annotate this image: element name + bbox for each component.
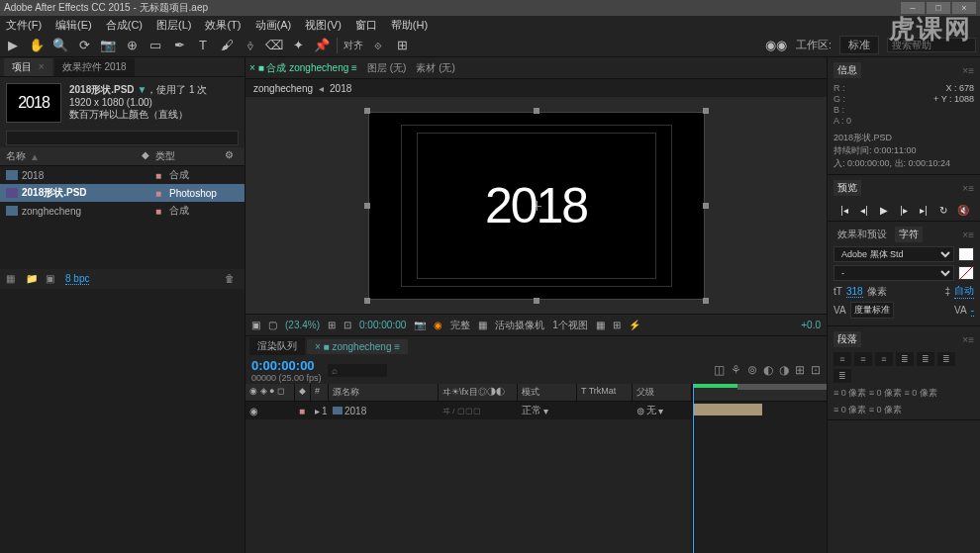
workspace-dropdown[interactable]: 标准 [839,36,879,54]
composition-viewport[interactable]: 2018 [245,97,827,314]
resize-handle[interactable] [703,108,709,114]
brainstorm-icon[interactable]: ⊡ [811,363,821,377]
window-minimize-icon[interactable]: – [901,2,925,14]
camera-dropdown[interactable]: 活动摄像机 [495,319,544,332]
menu-animation[interactable]: 动画(A) [255,18,292,33]
stroke-color-swatch[interactable] [958,266,974,280]
window-maximize-icon[interactable]: □ [927,2,950,14]
eye-icon[interactable]: ◉ [249,406,258,416]
close-icon[interactable]: × [39,61,45,72]
justify-left-icon[interactable]: ≣ [896,352,914,366]
eraser-tool-icon[interactable]: ⌫ [265,37,283,54]
last-frame-icon[interactable]: ▸| [916,203,931,217]
project-row[interactable]: 2018 ■ 合成 [0,166,245,184]
project-search-input[interactable] [6,131,239,145]
current-time[interactable]: 0:00:00:00 [251,358,322,373]
orbit-tool-icon[interactable]: ⟳ [75,37,93,54]
menu-window[interactable]: 窗口 [355,18,377,33]
grid-icon[interactable]: ⊡ [343,320,351,330]
graph-editor-icon[interactable]: ⊞ [795,363,805,377]
paragraph-tab[interactable]: 段落 [833,331,861,347]
folder-icon[interactable]: 📁 [26,273,40,285]
first-frame-icon[interactable]: |◂ [836,203,852,217]
camera-tool-icon[interactable]: 📷 [99,37,117,54]
next-frame-icon[interactable]: |▸ [896,203,912,217]
snap-grid-icon[interactable]: ⊞ [393,37,411,54]
prev-frame-icon[interactable]: ◂| [856,203,872,217]
menu-effect[interactable]: 效果(T) [205,18,241,33]
brush-tool-icon[interactable]: 🖌 [218,37,236,54]
play-icon[interactable]: ▶ [876,203,892,217]
layer-tab[interactable]: 图层 (无) [367,61,406,75]
type-tool-icon[interactable]: T [194,37,212,54]
chevron-left-icon[interactable]: ◂ [319,83,324,94]
preview-tab[interactable]: 预览 [833,180,861,196]
comp-time[interactable]: 0:00:00:00 [359,320,406,330]
layer-duration-bar[interactable] [693,404,762,415]
help-search-input[interactable] [887,38,976,52]
puppet-tool-icon[interactable]: 📌 [313,37,331,54]
justify-right-icon[interactable]: ≣ [937,352,955,366]
font-dropdown[interactable]: Adobe 黑体 Std [833,246,954,262]
align-left-icon[interactable]: ≡ [833,352,851,366]
snap-label[interactable]: 对齐 [343,39,363,52]
selection-tool-icon[interactable]: ▶ [4,37,22,54]
time-ruler[interactable] [693,384,827,402]
window-close-icon[interactable]: × [952,2,976,14]
roto-tool-icon[interactable]: ✦ [289,37,307,54]
source-header[interactable]: 源名称 [329,384,439,401]
quality-dropdown[interactable]: 完整 [450,319,470,332]
layer-row[interactable]: ◉ ■ ▸1 2018 ヰ / ▢▢▢ 正常 ▾ ⊚ 无 ▾ [245,402,692,419]
menu-file[interactable]: 文件(F) [6,18,42,33]
resize-handle[interactable] [703,298,709,304]
project-row[interactable]: 2018形状.PSD ■ Photoshop [0,184,245,202]
leading-value[interactable]: 自动 [954,284,974,299]
justify-all-icon[interactable]: ≣ [833,369,851,383]
comp-tab-active[interactable]: × ■ 合成 zonghecheng ≡ [249,61,357,75]
menu-composition[interactable]: 合成(C) [106,18,143,33]
views-dropdown[interactable]: 1个视图 [552,319,588,332]
font-style-dropdown[interactable]: - [833,265,954,281]
fast-preview-icon[interactable]: ⚡ [629,320,640,330]
channel-icon[interactable]: ◉ [434,320,442,330]
resize-handle[interactable] [364,203,370,209]
info-tab[interactable]: 信息 [833,62,861,78]
effect-controls-tab[interactable]: 效果控件 2018 [54,58,135,76]
shy-icon[interactable]: ⚙ [225,149,239,163]
resize-handle[interactable] [364,108,370,114]
parent-dropdown[interactable]: 无 [646,404,656,417]
expand-icon[interactable]: ▸ [315,406,320,416]
shape-tool-icon[interactable]: ▭ [147,37,164,54]
loop-icon[interactable]: ↻ [935,203,951,217]
ccd-icon[interactable]: ◉◉ [764,37,788,54]
view-icon[interactable]: ▦ [478,320,487,330]
frame-blend-icon[interactable]: ◐ [763,363,773,377]
label-icon[interactable]: ◆ [142,149,149,160]
playhead[interactable] [693,384,694,553]
timeline-track-area[interactable] [693,384,827,553]
menu-edit[interactable]: 编辑(E) [55,18,92,33]
canvas[interactable]: 2018 [368,112,705,300]
snap-option-icon[interactable]: ⟐ [369,37,387,54]
mute-icon[interactable]: 🔇 [955,203,971,217]
effects-presets-tab[interactable]: 效果和预设 [833,227,891,242]
align-center-icon[interactable]: ≡ [854,352,872,366]
new-comp-icon[interactable]: ▣ [46,273,59,285]
kerning-value[interactable]: 度量标准 [850,302,894,319]
motion-blur-icon[interactable]: ◑ [779,363,789,377]
fx-toggle-icon[interactable]: ⊚ [747,363,757,377]
character-tab[interactable]: 字符 [895,227,923,242]
pickwhip-icon[interactable]: ⊚ [637,406,644,416]
font-size-value[interactable]: 318 [846,286,863,298]
mag-icon[interactable]: ▣ [251,320,260,330]
menu-layer[interactable]: 图层(L) [156,18,191,33]
align-right-icon[interactable]: ≡ [875,352,893,366]
resize-handle[interactable] [364,298,370,304]
render-queue-tab[interactable]: 渲染队列 [249,337,305,355]
hand-tool-icon[interactable]: ✋ [28,37,46,54]
res-icon[interactable]: ⊞ [328,320,336,330]
flow-icon[interactable]: ▼ [137,84,147,95]
view-opt-icon[interactable]: ▦ [596,320,605,330]
alpha-icon[interactable]: ▢ [268,320,277,330]
zoom-dropdown[interactable]: (23.4%) [285,320,320,330]
